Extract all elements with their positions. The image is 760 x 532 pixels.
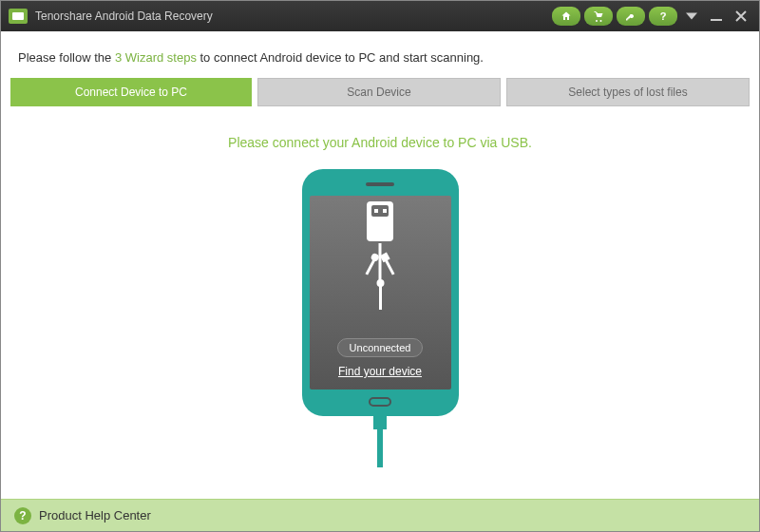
instruction-highlight: 3 Wizard steps <box>115 50 197 65</box>
tab-label: Scan Device <box>347 86 410 99</box>
instruction-suffix: to connect Android device to PC and star… <box>197 50 484 65</box>
content-area: Please follow the 3 Wizard steps to conn… <box>1 31 759 499</box>
instruction-prefix: Please follow the <box>18 50 115 65</box>
phone-screen: Unconnected Find your device <box>310 196 451 390</box>
minimize-button[interactable] <box>706 7 727 26</box>
tab-select-types[interactable]: Select types of lost files <box>506 78 750 106</box>
close-icon <box>735 10 747 22</box>
status-badge: Unconnected <box>337 338 424 357</box>
phone-home-button <box>369 397 391 407</box>
cable-line <box>377 429 383 467</box>
instruction-text: Please follow the 3 Wizard steps to conn… <box>10 41 750 78</box>
app-logo-icon <box>9 9 28 24</box>
close-button[interactable] <box>731 7 751 26</box>
usb-icon <box>361 201 399 310</box>
titlebar: Tenorshare Android Data Recovery ? <box>1 1 759 31</box>
phone-illustration: Unconnected Find your device <box>302 169 459 467</box>
find-device-link[interactable]: Find your device <box>338 365 422 378</box>
help-center-link[interactable]: Product Help Center <box>39 508 151 522</box>
app-window: Tenorshare Android Data Recovery ? <box>0 0 760 532</box>
tab-label: Select types of lost files <box>568 86 687 99</box>
chevron-down-icon <box>686 10 697 22</box>
app-title: Tenorshare Android Data Recovery <box>35 10 552 23</box>
question-icon: ? <box>660 10 667 22</box>
minimize-icon <box>711 10 722 22</box>
key-button[interactable] <box>617 7 645 26</box>
help-center-icon[interactable]: ? <box>14 507 31 524</box>
home-button[interactable] <box>552 7 580 26</box>
main-panel: Please connect your Android device to PC… <box>10 106 750 499</box>
connect-message: Please connect your Android device to PC… <box>228 135 532 150</box>
tab-label: Connect Device to PC <box>75 86 187 99</box>
tab-connect-device[interactable]: Connect Device to PC <box>10 78 252 106</box>
footer-bar: ? Product Help Center <box>1 499 759 531</box>
cart-button[interactable] <box>584 7 613 26</box>
home-icon <box>560 10 572 22</box>
cable-connector <box>373 416 387 429</box>
wizard-tabs: Connect Device to PC Scan Device Select … <box>10 78 750 106</box>
help-button[interactable]: ? <box>649 7 677 26</box>
titlebar-controls: ? <box>552 7 751 26</box>
tab-scan-device[interactable]: Scan Device <box>257 78 501 106</box>
key-icon <box>625 10 636 22</box>
phone-speaker <box>366 182 394 186</box>
svg-rect-0 <box>711 19 722 21</box>
phone-body: Unconnected Find your device <box>302 169 459 416</box>
cart-icon <box>593 10 604 22</box>
dropdown-button[interactable] <box>681 7 702 26</box>
